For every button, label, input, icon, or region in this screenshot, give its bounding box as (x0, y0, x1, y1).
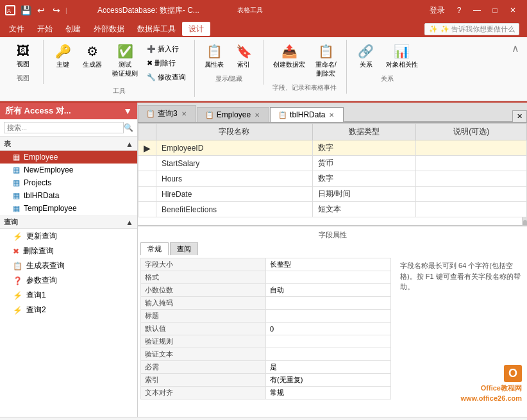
field-name-1[interactable]: StartSalary (156, 156, 313, 171)
menu-file[interactable]: 文件 (3, 22, 31, 36)
ribbon-collapse-btn[interactable]: ∧ (509, 40, 522, 57)
field-name-2[interactable]: Hours (156, 171, 313, 187)
deletequery-label: 删除查询 (23, 246, 54, 256)
minimize-btn[interactable]: — (468, 0, 486, 21)
props-tab-lookup[interactable]: 查阅 (170, 242, 198, 255)
field-type-4[interactable]: 短文本 (312, 202, 416, 217)
table-row[interactable]: Hours 数字 (138, 171, 527, 187)
table-row[interactable]: ▶ EmployeeID 数字 (138, 140, 527, 156)
table-row[interactable]: HireDate 日期/时间 (138, 187, 527, 202)
sidebar-item-makequery[interactable]: 📋 生成表查询 (0, 258, 137, 273)
builder-btn[interactable]: ⚙ 生成器 (78, 41, 106, 72)
field-table: 字段名称 数据类型 说明(可选) ▶ EmployeeID 数字 StartSa (138, 123, 527, 217)
create-macro-btn[interactable]: 📤 创建数据宏 (269, 41, 310, 72)
sidebar-item-employee[interactable]: ▦ Employee (0, 151, 137, 164)
menu-dbtools[interactable]: 数据库工具 (131, 22, 182, 36)
search-icon[interactable]: 🔍 (124, 123, 133, 132)
field-desc-1[interactable] (416, 156, 527, 171)
menu-start[interactable]: 开始 (31, 22, 59, 36)
prop-value-8[interactable]: 是 (266, 361, 391, 374)
object-dep-btn[interactable]: 📊 对象相关性 (381, 41, 422, 72)
modify-query-label: 修改查询 (158, 72, 186, 82)
save-quick-btn[interactable]: 💾 (19, 4, 32, 17)
props-tabs: 常规 查阅 (140, 242, 524, 255)
field-desc-3[interactable] (416, 187, 527, 202)
field-name-3[interactable]: HireDate (156, 187, 313, 202)
menu-design[interactable]: 设计 (182, 22, 210, 36)
row-indicator-1 (138, 156, 156, 171)
close-all-tabs-btn[interactable]: ✕ (512, 110, 527, 122)
insert-row-btn[interactable]: ➕ 插入行 (144, 42, 189, 56)
table-row[interactable]: BenefitElections 短文本 (138, 202, 527, 217)
delete-row-btn[interactable]: ✖ 删除行 (144, 56, 189, 70)
property-sheet-btn[interactable]: 📋 属性表 (200, 41, 228, 72)
sidebar-item-tblhrdata[interactable]: ▦ tblHRData (0, 189, 137, 202)
sidebar-item-newemployee[interactable]: ▦ NewEmployee (0, 164, 137, 176)
view-btn[interactable]: 🖼 视图 (9, 41, 37, 71)
sidebar-search-input[interactable] (4, 122, 124, 133)
field-name-0[interactable]: EmployeeID (156, 140, 313, 156)
prop-value-3[interactable] (266, 297, 391, 310)
sidebar-item-query1[interactable]: ⚡ 查询1 (0, 288, 137, 303)
query3-close-btn[interactable]: ✕ (180, 110, 188, 117)
watermark-logo: O (504, 365, 522, 382)
indexes-icon: 🔖 (236, 44, 252, 59)
prop-value-1[interactable] (266, 271, 391, 284)
tab-employee[interactable]: 📋 Employee ✕ (197, 107, 269, 122)
tblhrdata-close-btn[interactable]: ✕ (328, 112, 335, 119)
rename-macro-btn[interactable]: 📋 重命名/ 删除宏 (311, 41, 341, 81)
primary-key-btn[interactable]: 🔑 主键 (49, 41, 77, 72)
tblhrdata-tab-icon: 📋 (278, 111, 287, 119)
description-header: 说明(可选) (416, 124, 527, 140)
tab-tblhrdata[interactable]: 📋 tblHRData ✕ (270, 107, 344, 122)
field-type-3[interactable]: 日期/时间 (312, 187, 416, 202)
prop-value-5[interactable]: 0 (266, 323, 391, 335)
maximize-btn[interactable]: □ (486, 0, 504, 21)
field-desc-4[interactable] (416, 202, 527, 217)
indexes-btn[interactable]: 🔖 索引 (230, 41, 258, 72)
projects-label: Projects (24, 178, 51, 187)
table-row[interactable]: StartSalary 货币 (138, 156, 527, 171)
sidebar-item-deletequery[interactable]: ✖ 删除查询 (0, 244, 137, 258)
tables-collapse-btn[interactable]: ▲ (126, 140, 133, 149)
prop-value-6[interactable] (266, 335, 391, 348)
field-desc-2[interactable] (416, 171, 527, 187)
employee-tab-label: Employee (217, 110, 251, 119)
title-bar-left: A 💾 ↩ ↪ | (5, 4, 67, 17)
delete-row-icon: ✖ (147, 59, 153, 67)
prop-value-9[interactable]: 有(无重复) (266, 374, 391, 387)
modify-query-btn[interactable]: 🔧 修改查询 (144, 71, 189, 84)
redo-btn[interactable]: ↪ (50, 4, 63, 17)
field-name-4[interactable]: BenefitElections (156, 202, 313, 217)
field-type-2[interactable]: 数字 (312, 171, 416, 187)
sidebar-menu-btn[interactable]: ▼ (123, 106, 132, 116)
sidebar-item-paramquery[interactable]: ❓ 参数查询 (0, 273, 137, 288)
tab-query3[interactable]: 📋 查询3 ✕ (138, 105, 196, 122)
field-type-0[interactable]: 数字 (312, 140, 416, 156)
sidebar-item-tempemployee[interactable]: ▦ TempEmployee (0, 202, 137, 215)
sidebar-item-query2[interactable]: ⚡ 查询2 (0, 303, 137, 317)
sidebar-item-projects[interactable]: ▦ Projects (0, 176, 137, 189)
prop-label-1: 格式 (141, 271, 266, 284)
tell-me-box[interactable]: ✨ ✨ 告诉我你想要做什么 (424, 23, 519, 35)
prop-value-7[interactable] (266, 348, 391, 361)
help-btn[interactable]: ? (450, 0, 468, 21)
menu-external[interactable]: 外部数据 (87, 22, 131, 36)
relationships-btn[interactable]: 🔗 关系 (352, 41, 380, 72)
menu-create[interactable]: 创建 (59, 22, 87, 36)
prop-value-10[interactable]: 常规 (266, 387, 391, 399)
prop-value-4[interactable] (266, 310, 391, 323)
app-icon: A (5, 5, 15, 15)
queries-collapse-btn[interactable]: ▲ (126, 218, 133, 227)
employee-close-btn[interactable]: ✕ (253, 112, 261, 119)
prop-value-2[interactable]: 自动 (266, 284, 391, 297)
prop-value-0[interactable]: 长整型 (266, 258, 391, 271)
sidebar-item-updatequery[interactable]: ⚡ 更新查询 (0, 229, 137, 244)
field-desc-0[interactable] (416, 140, 527, 156)
close-btn[interactable]: ✕ (504, 0, 522, 21)
field-type-1[interactable]: 货币 (312, 156, 416, 171)
undo-btn[interactable]: ↩ (35, 4, 47, 17)
vscrollbar[interactable] (522, 217, 527, 226)
test-rule-btn[interactable]: ✅ 测试 验证规则 (108, 41, 142, 81)
props-tab-general[interactable]: 常规 (140, 242, 169, 255)
